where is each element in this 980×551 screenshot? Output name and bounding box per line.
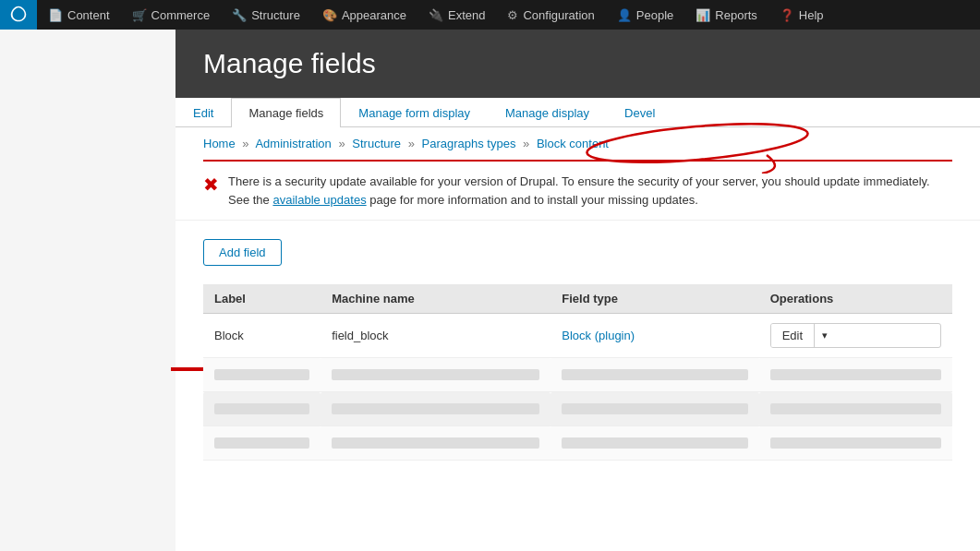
page-header: Manage fields	[175, 30, 980, 98]
nav-appearance[interactable]: 🎨 Appearance	[311, 0, 417, 30]
col-field-type: Field type	[550, 284, 758, 314]
field-type-link[interactable]: Block (plugin)	[562, 329, 635, 342]
extend-icon: 🔌	[429, 8, 443, 22]
breadcrumb-home[interactable]: Home	[203, 137, 236, 150]
breadcrumb-structure[interactable]: Structure	[352, 137, 401, 150]
tab-manage-fields[interactable]: Manage fields	[231, 98, 341, 127]
breadcrumb-container: Home » Administration » Structure » Para…	[175, 127, 980, 160]
table-row-blurred-2	[203, 392, 952, 426]
tab-devel[interactable]: Devel	[607, 98, 672, 127]
field-type: Block (plugin)	[550, 314, 758, 358]
sidebar	[0, 30, 175, 551]
edit-button-group: Edit ▾	[770, 323, 941, 348]
table-header-row: Label Machine name Field type Operations	[203, 284, 952, 314]
add-field-button[interactable]: Add field	[203, 239, 282, 266]
nav-help[interactable]: ❓ Help	[768, 0, 835, 30]
tabs-bar: Edit Manage fields Manage form display M…	[175, 98, 980, 127]
alert-box: ✖ There is a security update available f…	[175, 162, 980, 221]
appearance-icon: 🎨	[322, 8, 337, 22]
alert-icon: ✖	[203, 174, 219, 196]
content-icon: 📄	[48, 8, 63, 22]
col-operations: Operations	[759, 284, 952, 314]
main-content: Manage fields Edit Manage fields Manage …	[175, 30, 980, 551]
help-icon: ❓	[780, 8, 794, 22]
top-navigation: 📄 Content 🛒 Commerce 🔧 Structure 🎨 Appea…	[0, 0, 980, 30]
tab-manage-display[interactable]: Manage display	[488, 98, 607, 127]
field-operations: Edit ▾	[759, 314, 952, 358]
nav-content[interactable]: 📄 Content	[37, 0, 121, 30]
table-row-blurred-3	[203, 426, 952, 461]
tab-manage-form-display[interactable]: Manage form display	[341, 98, 488, 127]
field-label: Block	[203, 314, 321, 358]
breadcrumb-paragraphs-types[interactable]: Paragraphs types	[422, 137, 516, 150]
dropdown-arrow-button[interactable]: ▾	[815, 324, 835, 347]
available-updates-link[interactable]: available updates	[272, 193, 366, 207]
nav-configuration[interactable]: ⚙ Configuration	[496, 0, 605, 30]
reports-icon: 📊	[696, 8, 710, 22]
commerce-icon: 🛒	[132, 8, 147, 22]
content-wrapper: Manage fields Edit Manage fields Manage …	[0, 30, 980, 551]
nav-extend[interactable]: 🔌 Extend	[417, 0, 496, 30]
people-icon: 👤	[617, 8, 632, 22]
drupal-logo[interactable]	[0, 0, 37, 30]
breadcrumb-administration[interactable]: Administration	[255, 137, 331, 150]
page-title: Manage fields	[203, 48, 952, 79]
table-row: Block field_block Block (plugin) Edit ▾	[203, 314, 952, 358]
table-row-blurred-1	[203, 358, 952, 392]
action-area: Add field	[175, 221, 980, 284]
col-label: Label	[203, 284, 321, 314]
table-container: Label Machine name Field type Operations…	[175, 284, 980, 461]
breadcrumb-block-content[interactable]: Block content	[537, 137, 609, 150]
nav-reports[interactable]: 📊 Reports	[684, 0, 768, 30]
nav-commerce[interactable]: 🛒 Commerce	[121, 0, 222, 30]
breadcrumb: Home » Administration » Structure » Para…	[175, 127, 980, 160]
col-machine-name: Machine name	[321, 284, 550, 314]
tab-edit[interactable]: Edit	[175, 98, 231, 127]
edit-button[interactable]: Edit	[771, 324, 815, 347]
nav-people[interactable]: 👤 People	[606, 0, 684, 30]
fields-table: Label Machine name Field type Operations…	[203, 284, 952, 461]
nav-structure[interactable]: 🔧 Structure	[221, 0, 311, 30]
configuration-icon: ⚙	[507, 8, 518, 22]
field-machine-name: field_block	[321, 314, 550, 358]
alert-text: There is a security update available for…	[228, 173, 952, 209]
structure-icon: 🔧	[232, 8, 247, 22]
